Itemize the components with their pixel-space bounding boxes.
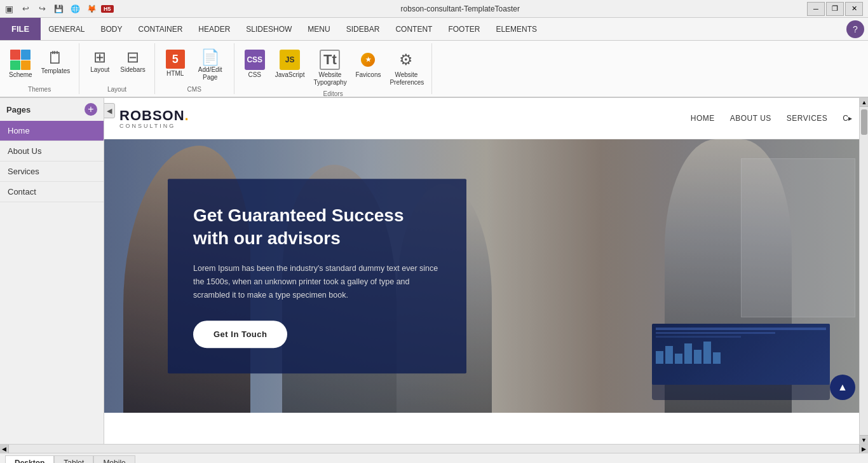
title-bar: ▣ ↩ ↪ 💾 🌐 🦊 H5 robson-consultant-Templat… (0, 0, 868, 18)
scroll-up-arrow[interactable]: ▲ (860, 98, 868, 107)
favicons-btn[interactable]: ★ Favicons (351, 47, 384, 81)
save-btn[interactable]: 💾 (51, 2, 65, 16)
menu-sidebar[interactable]: SIDEBAR (339, 18, 388, 40)
sidebar-item-about[interactable]: About Us (0, 141, 104, 162)
nav-home[interactable]: HOME (691, 114, 715, 123)
view-tabs: Desktop Tablet Mobile (5, 455, 135, 464)
websitetypo-icon: Tt (320, 50, 340, 70)
preview-nav-links: HOME ABOUT US SERVICES C▸ (691, 114, 853, 123)
menu-header[interactable]: HEADER (191, 18, 238, 40)
scroll-left-arrow[interactable]: ◀ (0, 445, 9, 453)
nav-more[interactable]: C▸ (843, 114, 853, 123)
menu-footer[interactable]: FOOTER (440, 18, 488, 40)
browser-btn[interactable]: 🌐 (68, 2, 82, 16)
tab-mobile[interactable]: Mobile (93, 455, 135, 464)
maximize-btn[interactable]: ❐ (826, 2, 844, 16)
scrollbar-track[interactable] (9, 445, 859, 453)
layout-icon: ⊞ (93, 50, 106, 65)
javascript-icon: JS (280, 50, 300, 70)
ribbon-spacer (432, 43, 868, 94)
templates-btn[interactable]: 🗒 Templates (37, 47, 74, 78)
themes-group-label: Themes (28, 86, 51, 93)
html-btn[interactable]: 5 HTML (160, 47, 191, 80)
add-page-btn[interactable]: + (85, 103, 97, 116)
addedit-btn[interactable]: 📄 Add/Edit Page (192, 47, 229, 84)
window-controls: ─ ❐ ✕ (807, 2, 863, 16)
ribbon-group-layout: ⊞ Layout ⊟ Sidebars Layout (79, 43, 154, 94)
hero-cta-btn[interactable]: Get In Touch (193, 321, 287, 348)
menu-body[interactable]: BODY (93, 18, 131, 40)
websitetypo-btn[interactable]: Tt Website Typography (309, 47, 350, 89)
sidebar-item-home[interactable]: Home (0, 121, 104, 141)
preview-nav: ROBSON. CONSULTING HOME ABOUT US SERVICE… (104, 98, 868, 139)
canvas-area: ◀ ROBSON. CONSULTING HOME ABOUT US SERVI… (104, 98, 868, 444)
websitepref-btn[interactable]: ⚙ Website Preferences (386, 47, 426, 89)
websitepref-icon: ⚙ (396, 50, 416, 70)
hero-body: Lorem Ipsum has been the industry's stan… (193, 262, 441, 303)
css-label: CSS (248, 71, 261, 79)
scroll-up-btn[interactable]: ▲ (830, 375, 855, 400)
menu-general[interactable]: GENERAL (41, 18, 93, 40)
tab-desktop[interactable]: Desktop (5, 455, 54, 464)
scroll-right-arrow[interactable]: ▶ (859, 445, 868, 453)
bottom-bar: Desktop Tablet Mobile (0, 453, 868, 463)
sidebars-btn[interactable]: ⊟ Sidebars (116, 47, 149, 76)
scheme-label: Scheme (9, 71, 32, 79)
addedit-icon: 📄 (201, 50, 220, 65)
javascript-label: JavaScript (275, 71, 305, 79)
ribbon-group-editors: CSS CSS JS JavaScript Tt Website Typogra… (234, 43, 433, 94)
firefox-btn[interactable]: 🦊 (85, 2, 98, 16)
editors-group-label: Editors (323, 90, 343, 97)
layout-label: Layout (90, 66, 109, 74)
scheme-btn[interactable]: Scheme (5, 47, 36, 81)
menu-content[interactable]: CONTENT (388, 18, 440, 40)
minimize-btn[interactable]: ─ (807, 2, 825, 16)
redo-btn[interactable]: ↪ (35, 2, 49, 16)
tab-tablet[interactable]: Tablet (54, 455, 93, 464)
close-btn[interactable]: ✕ (845, 2, 863, 16)
hero-section: Get Guaranteed Successwith our advisors … (104, 139, 868, 413)
collapse-sidebar-btn[interactable]: ◀ (104, 103, 115, 118)
logo-dot: . (185, 107, 189, 123)
vertical-scrollbar[interactable]: ▲ ▼ (859, 98, 868, 444)
sidebar-item-services[interactable]: Services (0, 162, 104, 182)
help-btn[interactable]: ? (846, 20, 864, 38)
html5-badge: H5 (101, 5, 114, 13)
favicons-icon: ★ (358, 50, 378, 70)
sidebars-label: Sidebars (120, 66, 145, 74)
nav-about[interactable]: ABOUT US (730, 114, 771, 123)
menu-slideshow[interactable]: SLIDESHOW (238, 18, 300, 40)
html-icon: 5 (166, 50, 185, 69)
websitepref-label: Website Preferences (390, 71, 423, 86)
scheme-icon (10, 50, 31, 70)
window-title: robson-consultant-TemplateToaster (114, 4, 807, 13)
hero-content-box: Get Guaranteed Successwith our advisors … (168, 179, 466, 373)
scroll-down-arrow[interactable]: ▼ (860, 435, 868, 444)
ribbon-group-themes: Scheme 🗒 Templates Themes (0, 43, 79, 94)
themes-items: Scheme 🗒 Templates (5, 45, 74, 85)
pages-sidebar: Pages + Home About Us Services Contact (0, 98, 104, 444)
main-area: Pages + Home About Us Services Contact ◀… (0, 98, 868, 444)
layout-btn[interactable]: ⊞ Layout (85, 47, 115, 76)
websitetypo-label: Website Typography (313, 71, 346, 86)
undo-btn[interactable]: ↩ (18, 2, 32, 16)
javascript-btn[interactable]: JS JavaScript (271, 47, 309, 81)
menu-bar: FILE GENERAL BODY CONTAINER HEADER SLIDE… (0, 18, 868, 41)
templates-icon: 🗒 (47, 50, 64, 66)
website-preview: ROBSON. CONSULTING HOME ABOUT US SERVICE… (104, 98, 868, 444)
cms-group-label: CMS (187, 86, 201, 93)
preview-logo-tagline: CONSULTING (119, 123, 189, 129)
css-btn[interactable]: CSS CSS (240, 47, 270, 81)
menu-container[interactable]: CONTAINER (131, 18, 191, 40)
nav-services[interactable]: SERVICES (787, 114, 827, 123)
layout-group-label: Layout (107, 86, 126, 93)
menu-file[interactable]: FILE (0, 18, 41, 40)
menu-elements[interactable]: ELEMENTS (488, 18, 545, 40)
title-bar-left: ▣ ↩ ↪ 💾 🌐 🦊 H5 (5, 2, 114, 16)
menu-menu[interactable]: MENU (300, 18, 338, 40)
preview-logo-name: ROBSON. (119, 107, 189, 124)
scroll-thumb[interactable] (861, 109, 867, 135)
sidebar-item-contact[interactable]: Contact (0, 182, 104, 202)
css-icon: CSS (245, 50, 265, 70)
editors-items: CSS CSS JS JavaScript Tt Website Typogra… (240, 45, 427, 89)
